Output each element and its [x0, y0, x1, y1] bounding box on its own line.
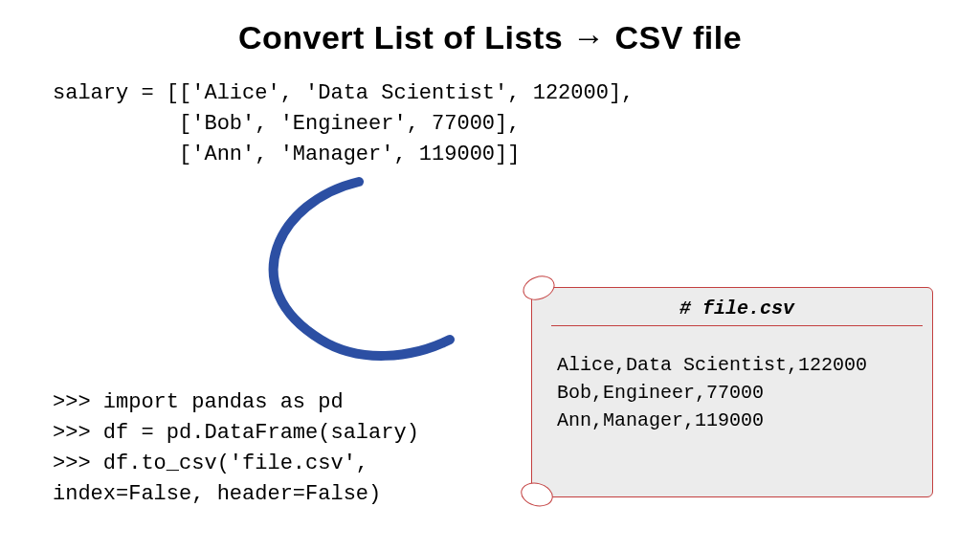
scroll-curl-icon	[518, 479, 555, 510]
slide: Convert List of Lists → CSV file salary …	[0, 0, 980, 551]
csv-file-name: # file.csv	[551, 298, 923, 326]
curved-arrow-icon	[244, 172, 493, 373]
page-title: Convert List of Lists → CSV file	[0, 19, 980, 56]
csv-file-content: Alice,Data Scientist,122000 Bob,Engineer…	[557, 351, 923, 434]
csv-file-panel: # file.csv Alice,Data Scientist,122000 B…	[531, 287, 933, 497]
title-left: Convert List of Lists	[238, 19, 563, 55]
pandas-code: >>> import pandas as pd >>> df = pd.Data…	[53, 387, 419, 510]
salary-list-code: salary = [['Alice', 'Data Scientist', 12…	[53, 78, 634, 170]
arrow-right-icon: →	[572, 19, 606, 55]
title-right: CSV file	[615, 19, 742, 55]
